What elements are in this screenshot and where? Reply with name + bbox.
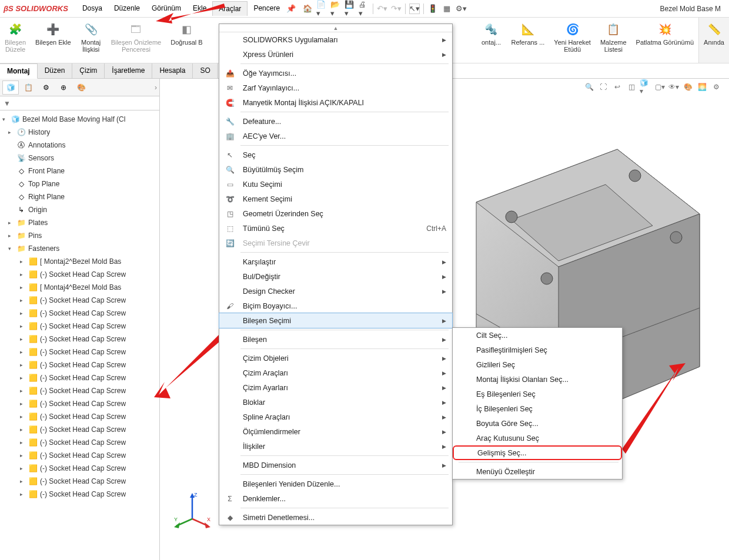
tree-item[interactable]: ▸🟨(-) Socket Head Cap Screw [0,397,159,410]
rib-insert-component[interactable]: ➕Bileşen Ekle [31,18,76,63]
print-icon[interactable]: 🖨▾ [359,4,369,14]
settings-icon[interactable]: ⚙ [710,81,722,93]
prev-view-icon[interactable]: ↩ [611,81,623,93]
tree-item[interactable]: ▸🟨(-) Socket Head Cap Screw [0,268,159,281]
menu-item[interactable]: Çizim Ayarları▶ [219,380,452,395]
menu-file[interactable]: Dosya [76,1,108,16]
home-icon[interactable]: 🏠 [302,4,313,14]
menu-item[interactable]: Bileşen Seçimi▶ [219,313,452,328]
tree-item[interactable]: ⒶAnnotations [0,139,159,152]
chevron-right-icon[interactable]: › [155,83,157,92]
menu-view[interactable]: Görünüm [146,1,187,16]
menu-item[interactable]: SOLIDWORKS Uygulamaları▶ [219,32,452,47]
tree-item[interactable]: ◇Front Plane [0,165,159,177]
tree-item[interactable]: ▸🟨(-) Socket Head Cap Screw [0,436,159,449]
menu-item[interactable]: 🔧Defeature... [219,114,452,129]
section-view-icon[interactable]: ◫ [626,81,637,93]
menu-item[interactable]: 🔍Büyütülmüş Seçim [219,162,452,177]
submenu-item[interactable]: Araç Kutusunu Seç [453,431,622,445]
scene-icon[interactable]: 🌅 [696,81,708,93]
menu-item[interactable]: MBD Dimension▶ [219,458,452,472]
new-doc-icon[interactable]: 📄▾ [316,4,327,14]
menu-item[interactable]: İlişkiler▶ [219,439,452,454]
tree-item[interactable]: ▸🟨(-) Socket Head Cap Screw [0,475,159,488]
menu-item[interactable]: 🧲Manyetik Montaj İlişkisi AÇIK/KAPALI [219,95,452,110]
menu-tools[interactable]: Araçlar [212,1,248,16]
tree-item[interactable]: ▸🟨(-) Socket Head Cap Screw [0,488,159,501]
chevron-up-icon[interactable]: ▲ [219,24,452,32]
appearance-icon[interactable]: 🎨 [682,81,694,93]
grid-icon[interactable]: ▦ [442,4,452,14]
rib-instant3d[interactable]: 📏Anında [698,18,729,63]
rib-mate[interactable]: 📎Montajİlişkisi [76,18,106,63]
tree-root[interactable]: ▾🧊Bezel Mold Base Moving Half (Cl [0,113,159,126]
tree-item[interactable]: ▸🟨[ Montaj2^Bezel Mold Bas [0,255,159,268]
menu-item[interactable]: ◳Geometri Üzerinden Seç [219,206,452,221]
menu-item[interactable]: Bloklar▶ [219,395,452,410]
menu-item[interactable]: Design Checker▶ [219,284,452,299]
menu-item[interactable]: Bileşen▶ [219,332,452,347]
tab-evaluate[interactable]: Hesapla [152,63,193,78]
rib-motion-study[interactable]: 🌀Yeni HareketEtüdü [549,18,596,63]
menu-item[interactable]: Spline Araçları▶ [219,410,452,424]
tree-item[interactable]: ▸🟨(-) Socket Head Cap Screw [0,371,159,384]
zoom-area-icon[interactable]: ⛶ [597,81,609,93]
open-icon[interactable]: 📂▾ [330,4,341,14]
tree-item[interactable]: ▸📁Pins [0,229,159,242]
save-icon[interactable]: 💾▾ [345,4,355,14]
submenu-item[interactable]: Cilt Seç... [453,328,622,343]
tree-item[interactable]: 📡Sensors [0,152,159,165]
tree-item[interactable]: ▾📁Fasteners [0,242,159,255]
sb-tab-properties[interactable]: 📋 [20,81,36,95]
rib-preview-window[interactable]: 🗔Bileşen ÖnizlemePenceresi [106,18,166,63]
tab-assembly[interactable]: Montaj [0,63,38,79]
tab-so[interactable]: SO [193,63,218,78]
sb-tab-dimxpert[interactable]: ⊕ [55,81,72,95]
menu-edit[interactable]: Düzenle [108,1,146,16]
rib-reference[interactable]: 📐Referans ... [506,18,549,63]
hide-show-icon[interactable]: 👁▾ [668,81,680,93]
menu-item[interactable]: Bul/Değiştir▶ [219,269,452,284]
submenu-item[interactable]: Montaj İlişkisi Olanları Seç... [453,372,622,387]
menu-window[interactable]: Pencere [248,1,286,16]
menu-item[interactable]: Çizim Araçları▶ [219,365,452,380]
menu-item[interactable]: ⬚Tümünü SeçCtrl+A [219,221,452,236]
menu-item[interactable]: Çizim Objeleri▶ [219,351,452,365]
menu-item[interactable]: Bileşenleri Yeniden Düzenle... [219,477,452,491]
menu-item[interactable]: ➰Kement Seçimi [219,192,452,206]
undo-icon[interactable]: ↶▾ [377,4,387,14]
cursor-icon[interactable]: ↖▾ [409,4,420,14]
tab-layout[interactable]: Düzen [38,63,73,78]
pin-icon[interactable]: 📌 [286,4,296,14]
tree-item[interactable]: ▸🟨(-) Socket Head Cap Screw [0,462,159,475]
tree-item[interactable]: ▸🟨(-) Socket Head Cap Screw [0,410,159,423]
menu-item[interactable]: ▭Kutu Seçimi [219,177,452,192]
menu-item[interactable]: ◆Simetri Denetlemesi... [219,510,452,525]
rib-edit-component[interactable]: 🧩BileşenDüzele [0,18,31,63]
tab-sketch[interactable]: Çizim [72,63,105,78]
menu-insert[interactable]: Ekle [187,1,212,16]
tree-item[interactable]: ▸🟨(-) Socket Head Cap Screw [0,449,159,462]
submenu-item[interactable]: Eş Bileşenleri Seç [453,387,622,401]
redo-icon[interactable]: ↷▾ [391,4,402,14]
submenu-customize[interactable]: Menüyü Özelleştir [453,464,622,479]
submenu-item[interactable]: Pasifleştirilmişleri Seç [453,343,622,357]
menu-item[interactable]: 🏢AEC'ye Ver... [219,129,452,143]
sb-tab-feature-tree[interactable]: 🧊 [2,81,19,95]
menu-item[interactable]: ΣDenklemler... [219,491,452,506]
tree-item[interactable]: ▸📁Plates [0,216,159,229]
rib-assembly-features[interactable]: 🔩ontaj... [476,18,506,63]
menu-item[interactable]: ↖Seç [219,147,452,162]
tree-item[interactable]: ▸🕑History [0,126,159,139]
tree-item[interactable]: ▸🟨(-) Socket Head Cap Screw [0,333,159,346]
tree-item[interactable]: ▸🟨(-) Socket Head Cap Screw [0,358,159,371]
tree-item[interactable]: ↳Origin [0,203,159,216]
submenu-item[interactable]: İç Bileşenleri Seç [453,401,622,416]
sb-tab-config[interactable]: ⚙ [38,81,54,95]
submenu-advanced-select[interactable]: Gelişmiş Seç... [453,445,622,460]
tree-item[interactable]: ◇Top Plane [0,177,159,190]
tree-item[interactable]: ▸🟨(-) Socket Head Cap Screw [0,423,159,436]
sb-tab-display[interactable]: 🎨 [73,81,89,95]
menu-item[interactable]: 🖌Biçim Boyayıcı... [219,299,452,313]
display-style-icon[interactable]: ▢▾ [654,81,666,93]
